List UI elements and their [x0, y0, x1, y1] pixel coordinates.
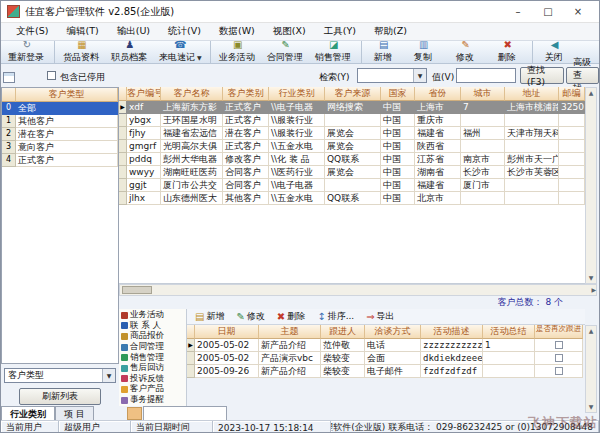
refresh-list-button[interactable]: 刷新列表 [19, 388, 101, 405]
activity-row[interactable]: ▶ 2005-05-02 新产品介绍 范仲敬 电话 zzzzzzzzzzz 1 [187, 339, 583, 352]
toolbar-button[interactable]: ✎ 修改 [445, 41, 487, 63]
main-table-vscrollbar[interactable]: ▲ ▼ [585, 87, 597, 284]
toolbar-button[interactable]: ↻ 重新登录 [3, 41, 51, 63]
activity-row[interactable]: 2005-05-02 产品演示vbc 柴较变 会面 dkdiekdzeee [187, 352, 583, 365]
toolbar-button[interactable]: ♟ 职员档案 [106, 41, 154, 63]
grid-icon[interactable] [3, 72, 15, 83]
find-button[interactable]: 查找(F3) [520, 67, 564, 84]
cell-province: 湖南省 [415, 166, 461, 179]
toolbar-button[interactable]: ▦ 货品资料 [54, 41, 106, 63]
col-header[interactable]: 是否再次跟进 [535, 325, 583, 339]
customer-type-row[interactable]: 3 意向客户 [2, 141, 118, 154]
col-header[interactable]: 邮编 [559, 87, 585, 101]
value-input[interactable] [456, 68, 516, 83]
category-combo[interactable]: 客户类型 ▼ [4, 368, 116, 383]
table-row[interactable]: wwyy 湖南旺旺医药 合同客户 \\医药行业 展览会 中国 湖南省 长沙市 长… [119, 166, 585, 179]
chevron-down-icon[interactable]: ▼ [102, 369, 115, 382]
menu-item[interactable]: 输出(U) [108, 25, 159, 38]
table-row[interactable]: ▶ xdf 上海新东方影 正式客户 \\电子电器 网络搜索 中国 上海市 7 上… [119, 101, 585, 114]
col-header[interactable]: 国家 [381, 87, 415, 101]
menu-item[interactable]: 统计(V) [159, 25, 210, 38]
followup-checkbox[interactable] [555, 367, 563, 375]
footer-inputbox[interactable] [143, 406, 227, 421]
col-header[interactable]: 省份 [415, 87, 461, 101]
col-header[interactable]: 洽谈方式 [365, 325, 421, 339]
table-row[interactable]: pddq 彭州大华电器 修改客户 \\化 装 品 QQ联系 中国 江苏省 南京市… [119, 153, 585, 166]
scrollbar-thumb[interactable] [122, 286, 152, 294]
toolbar-button[interactable]: ▥ 复制 [403, 41, 445, 63]
col-header[interactable]: 客户类别 [223, 87, 269, 101]
detail-toolbar-button[interactable]: ▤ 新增 [195, 310, 224, 323]
cell-code: ggjt [127, 179, 161, 192]
sidebar-tab[interactable]: 行业类别 [1, 406, 55, 421]
scroll-down-icon[interactable]: ▼ [589, 273, 594, 283]
customer-type-row[interactable]: 1 其他客户 [2, 115, 118, 128]
followup-checkbox[interactable] [555, 341, 563, 349]
detail-nav-item[interactable]: 事务提醒 [119, 395, 186, 406]
include-disabled-checkbox[interactable] [47, 71, 56, 80]
search-field-combo[interactable]: ▼ [357, 68, 427, 83]
cell-address [505, 140, 559, 153]
scroll-down-icon[interactable]: ▼ [589, 402, 594, 412]
scroll-up-icon[interactable]: ▲ [589, 88, 594, 98]
minimize-button[interactable]: – [503, 2, 533, 22]
table-row[interactable]: ybgx 王环国星水明 正式客户 \\服装行业 中国 重庆市 [119, 114, 585, 127]
detail-toolbar-button[interactable]: ↕ 排序... [317, 310, 354, 323]
customer-count: 客户总数： 8 个 [119, 296, 597, 309]
toolbar-button[interactable]: ✎ 合同管理 [262, 41, 310, 63]
sidebar-tab[interactable]: 项 目 [55, 406, 94, 421]
maximize-button[interactable]: □ [533, 2, 563, 22]
col-header[interactable]: 主题 [259, 325, 321, 339]
menu-item[interactable]: 编辑(T) [57, 25, 107, 38]
cell-date: 2005-05-02 [195, 339, 259, 352]
menu-item[interactable]: 视图(X) [264, 25, 315, 38]
customer-type-row[interactable]: 4 正式客户 [2, 154, 118, 167]
toolbar-button[interactable]: ☎ 来电速记 ▼ [154, 41, 207, 63]
advanced-find-button[interactable]: 高级查找... [566, 67, 599, 84]
activity-row[interactable]: 2005-09-26 新产品介绍 柴较变 电子邮件 fzdfzdfzdf [187, 365, 583, 378]
col-header[interactable]: 客户来源 [325, 87, 381, 101]
status-datetime-value: 2023-10-17 15:18:14 [213, 421, 331, 433]
followup-checkbox[interactable] [555, 354, 563, 362]
scroll-up-icon[interactable]: ▲ [589, 326, 594, 336]
activity-table-vscrollbar[interactable]: ▲ ▼ [585, 325, 597, 413]
cell-country: 中国 [381, 179, 415, 192]
customer-type-row[interactable]: 0 全部 [2, 102, 118, 115]
menu-item[interactable]: 文件(S) [7, 25, 57, 38]
toolbar-button[interactable]: ◪ 销售管理 [310, 41, 358, 63]
cell-city: 南京市 [461, 153, 505, 166]
table-row[interactable]: fjhy 福建省宏远信 潜在客户 \\服装行业 展览会 中国 福建省 福州 天津… [119, 127, 585, 140]
toolbar-button[interactable]: ✖ 删除 [487, 41, 529, 63]
scroll-right-icon[interactable]: ▶ [591, 285, 596, 295]
activity-icon [121, 312, 128, 319]
col-header[interactable]: 行业类别 [269, 87, 325, 101]
cell-source: QQ联系 [325, 192, 381, 205]
close-button[interactable]: × [563, 2, 593, 22]
col-header[interactable]: 活动总结 [483, 325, 535, 339]
main-table-hscrollbar[interactable]: ▶ [119, 284, 597, 296]
detail-toolbar-button[interactable]: ⇒ 导出 [366, 310, 394, 323]
col-header[interactable]: 客户名称 [161, 87, 223, 101]
col-header[interactable]: 地址 [505, 87, 559, 101]
detail-toolbar-button[interactable]: ✎ 修改 [236, 310, 264, 323]
reminder-icon [121, 397, 128, 404]
col-header[interactable]: 客户编号 [127, 87, 161, 101]
toolbar-button[interactable]: ▣ 业务活动 [210, 41, 262, 63]
cell-source: 展览会 [325, 127, 381, 140]
table-row[interactable]: ggjt 厦门市公共交 合同客户 \\电子电器 中国 福建省 厦门市 [119, 179, 585, 192]
col-header[interactable]: 城市 [461, 87, 505, 101]
customer-type-row[interactable]: 2 潜在客户 [2, 128, 118, 141]
col-header[interactable]: 跟进人 [321, 325, 365, 339]
detail-toolbar-button[interactable]: ✖ 删除 [277, 310, 305, 323]
col-header[interactable]: 活动描述 [421, 325, 483, 339]
table-row[interactable]: jlhx 山东德州医大 其他客户 \\五金水电 QQ联系 中国 北京市 [119, 192, 585, 205]
menu-item[interactable]: 帮助(Z) [365, 25, 416, 38]
col-header[interactable]: 日期 [195, 325, 259, 339]
toolbar-button[interactable]: ◀ 关闭 [532, 41, 574, 63]
menu-item[interactable]: 数据(W) [210, 25, 264, 38]
cell-address: 彭州市天一广 [505, 153, 559, 166]
chevron-down-icon[interactable]: ▼ [413, 69, 426, 82]
menu-item[interactable]: 工具(Y) [315, 25, 365, 38]
toolbar-button[interactable]: ▤ 新增 [361, 41, 403, 63]
table-row[interactable]: gmgrf 光明高尔夫俱 正式客户 \\五金水电 展览会 中国 陕西省 [119, 140, 585, 153]
